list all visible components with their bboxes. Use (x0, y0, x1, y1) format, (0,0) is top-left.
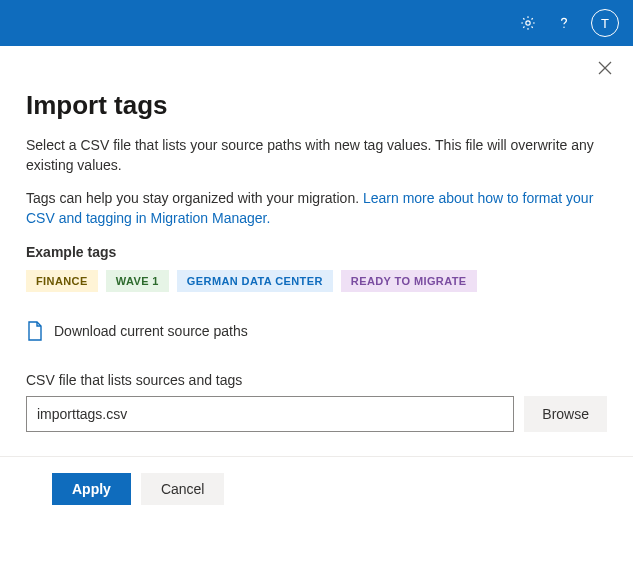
description-2-text: Tags can help you stay organized with yo… (26, 190, 363, 206)
avatar-initial: T (601, 16, 609, 31)
svg-point-0 (526, 21, 530, 25)
cancel-button[interactable]: Cancel (141, 473, 225, 505)
download-source-paths-label: Download current source paths (54, 323, 248, 339)
apply-button[interactable]: Apply (52, 473, 131, 505)
example-tags-label: Example tags (26, 244, 607, 260)
page-title: Import tags (26, 90, 607, 121)
tag-german-data-center: GERMAN DATA CENTER (177, 270, 333, 292)
avatar[interactable]: T (591, 9, 619, 37)
top-bar: T (0, 0, 633, 46)
description-2: Tags can help you stay organized with yo… (26, 188, 607, 229)
close-icon[interactable] (597, 60, 615, 78)
description-1: Select a CSV file that lists your source… (26, 135, 607, 176)
tag-finance: FINANCE (26, 270, 98, 292)
file-icon (26, 320, 44, 342)
csv-field-label: CSV file that lists sources and tags (26, 372, 607, 388)
svg-point-1 (563, 26, 564, 27)
import-tags-panel: Import tags Select a CSV file that lists… (0, 78, 633, 521)
tag-wave1: WAVE 1 (106, 270, 169, 292)
csv-file-input[interactable] (26, 396, 514, 432)
gear-icon[interactable] (519, 14, 537, 32)
help-icon[interactable] (555, 14, 573, 32)
download-source-paths-link[interactable]: Download current source paths (26, 320, 607, 342)
browse-button[interactable]: Browse (524, 396, 607, 432)
dialog-footer: Apply Cancel (26, 457, 607, 521)
tag-ready-to-migrate: READY TO MIGRATE (341, 270, 477, 292)
example-tags: FINANCE WAVE 1 GERMAN DATA CENTER READY … (26, 270, 607, 292)
